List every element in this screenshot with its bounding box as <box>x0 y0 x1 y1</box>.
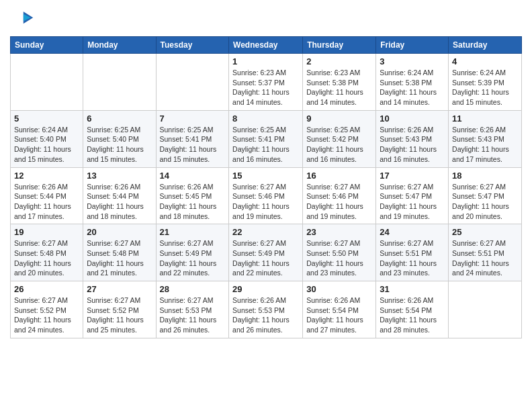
day-cell: 6Sunrise: 6:25 AM Sunset: 5:40 PM Daylig… <box>83 110 156 167</box>
col-header-thursday: Thursday <box>303 37 376 54</box>
day-cell: 1Sunrise: 6:23 AM Sunset: 5:37 PM Daylig… <box>229 54 303 111</box>
day-number: 23 <box>306 227 372 237</box>
day-cell <box>449 281 522 338</box>
day-number: 4 <box>452 56 518 66</box>
col-header-tuesday: Tuesday <box>156 37 229 54</box>
day-number: 21 <box>160 227 226 237</box>
day-number: 17 <box>380 171 445 181</box>
day-number: 24 <box>380 227 445 237</box>
day-cell: 7Sunrise: 6:25 AM Sunset: 5:41 PM Daylig… <box>156 110 229 167</box>
day-number: 13 <box>87 171 152 181</box>
calendar-table: SundayMondayTuesdayWednesdayThursdayFrid… <box>10 36 522 338</box>
day-info: Sunrise: 6:27 AM Sunset: 5:46 PM Dayligh… <box>306 182 372 222</box>
day-info: Sunrise: 6:27 AM Sunset: 5:52 PM Dayligh… <box>14 295 79 335</box>
day-info: Sunrise: 6:25 AM Sunset: 5:41 PM Dayligh… <box>160 125 226 165</box>
day-info: Sunrise: 6:25 AM Sunset: 5:41 PM Dayligh… <box>232 125 299 165</box>
day-info: Sunrise: 6:26 AM Sunset: 5:43 PM Dayligh… <box>380 125 445 165</box>
day-number: 18 <box>452 171 518 181</box>
day-cell: 4Sunrise: 6:24 AM Sunset: 5:39 PM Daylig… <box>449 54 522 111</box>
day-number: 6 <box>87 113 152 124</box>
day-number: 26 <box>14 284 79 294</box>
col-header-wednesday: Wednesday <box>229 37 303 54</box>
day-cell: 5Sunrise: 6:24 AM Sunset: 5:40 PM Daylig… <box>11 110 83 167</box>
day-info: Sunrise: 6:27 AM Sunset: 5:52 PM Dayligh… <box>87 295 152 335</box>
day-cell: 9Sunrise: 6:25 AM Sunset: 5:42 PM Daylig… <box>303 110 376 167</box>
day-info: Sunrise: 6:27 AM Sunset: 5:51 PM Dayligh… <box>452 238 518 278</box>
calendar-header-row: SundayMondayTuesdayWednesdayThursdayFrid… <box>11 37 522 54</box>
day-cell: 31Sunrise: 6:26 AM Sunset: 5:54 PM Dayli… <box>376 281 449 338</box>
day-info: Sunrise: 6:26 AM Sunset: 5:54 PM Dayligh… <box>380 295 445 335</box>
day-info: Sunrise: 6:24 AM Sunset: 5:38 PM Dayligh… <box>380 68 445 107</box>
day-cell: 16Sunrise: 6:27 AM Sunset: 5:46 PM Dayli… <box>303 167 376 224</box>
day-number: 7 <box>160 113 226 124</box>
day-info: Sunrise: 6:26 AM Sunset: 5:43 PM Dayligh… <box>452 125 518 165</box>
day-cell: 22Sunrise: 6:27 AM Sunset: 5:49 PM Dayli… <box>229 224 303 281</box>
week-row-3: 19Sunrise: 6:27 AM Sunset: 5:48 PM Dayli… <box>11 224 522 281</box>
day-info: Sunrise: 6:25 AM Sunset: 5:42 PM Dayligh… <box>306 125 372 165</box>
day-number: 10 <box>380 113 445 124</box>
week-row-2: 12Sunrise: 6:26 AM Sunset: 5:44 PM Dayli… <box>11 167 522 224</box>
day-cell: 25Sunrise: 6:27 AM Sunset: 5:51 PM Dayli… <box>449 224 522 281</box>
day-info: Sunrise: 6:26 AM Sunset: 5:44 PM Dayligh… <box>14 182 79 222</box>
day-number: 14 <box>160 171 226 181</box>
day-info: Sunrise: 6:27 AM Sunset: 5:47 PM Dayligh… <box>452 182 518 222</box>
day-number: 15 <box>232 171 299 181</box>
day-number: 1 <box>232 56 299 66</box>
day-number: 20 <box>87 227 152 237</box>
day-cell: 21Sunrise: 6:27 AM Sunset: 5:49 PM Dayli… <box>156 224 229 281</box>
day-cell: 17Sunrise: 6:27 AM Sunset: 5:47 PM Dayli… <box>376 167 449 224</box>
day-cell: 12Sunrise: 6:26 AM Sunset: 5:44 PM Dayli… <box>11 167 83 224</box>
day-info: Sunrise: 6:27 AM Sunset: 5:47 PM Dayligh… <box>380 182 445 222</box>
header <box>10 7 522 31</box>
day-number: 27 <box>87 284 152 294</box>
day-cell: 8Sunrise: 6:25 AM Sunset: 5:41 PM Daylig… <box>229 110 303 167</box>
day-cell: 2Sunrise: 6:23 AM Sunset: 5:38 PM Daylig… <box>303 54 376 111</box>
page: SundayMondayTuesdayWednesdayThursdayFrid… <box>0 0 532 411</box>
day-info: Sunrise: 6:26 AM Sunset: 5:53 PM Dayligh… <box>232 295 299 335</box>
day-cell: 23Sunrise: 6:27 AM Sunset: 5:50 PM Dayli… <box>303 224 376 281</box>
col-header-monday: Monday <box>83 37 156 54</box>
day-cell: 13Sunrise: 6:26 AM Sunset: 5:44 PM Dayli… <box>83 167 156 224</box>
day-number: 25 <box>452 227 518 237</box>
week-row-1: 5Sunrise: 6:24 AM Sunset: 5:40 PM Daylig… <box>11 110 522 167</box>
day-number: 5 <box>14 113 79 124</box>
day-info: Sunrise: 6:27 AM Sunset: 5:50 PM Dayligh… <box>306 238 372 278</box>
day-cell: 24Sunrise: 6:27 AM Sunset: 5:51 PM Dayli… <box>376 224 449 281</box>
day-info: Sunrise: 6:26 AM Sunset: 5:45 PM Dayligh… <box>160 182 226 222</box>
day-info: Sunrise: 6:27 AM Sunset: 5:53 PM Dayligh… <box>160 295 226 335</box>
day-cell: 15Sunrise: 6:27 AM Sunset: 5:46 PM Dayli… <box>229 167 303 224</box>
day-cell: 3Sunrise: 6:24 AM Sunset: 5:38 PM Daylig… <box>376 54 449 111</box>
day-number: 29 <box>232 284 299 294</box>
day-info: Sunrise: 6:25 AM Sunset: 5:40 PM Dayligh… <box>87 125 152 165</box>
day-info: Sunrise: 6:26 AM Sunset: 5:54 PM Dayligh… <box>306 295 372 335</box>
col-header-friday: Friday <box>376 37 449 54</box>
day-info: Sunrise: 6:27 AM Sunset: 5:48 PM Dayligh… <box>14 238 79 278</box>
day-cell: 11Sunrise: 6:26 AM Sunset: 5:43 PM Dayli… <box>449 110 522 167</box>
day-info: Sunrise: 6:26 AM Sunset: 5:44 PM Dayligh… <box>87 182 152 222</box>
week-row-4: 26Sunrise: 6:27 AM Sunset: 5:52 PM Dayli… <box>11 281 522 338</box>
day-number: 22 <box>232 227 299 237</box>
day-info: Sunrise: 6:23 AM Sunset: 5:37 PM Dayligh… <box>232 68 299 107</box>
day-cell: 10Sunrise: 6:26 AM Sunset: 5:43 PM Dayli… <box>376 110 449 167</box>
day-info: Sunrise: 6:27 AM Sunset: 5:49 PM Dayligh… <box>232 238 299 278</box>
col-header-sunday: Sunday <box>11 37 83 54</box>
day-number: 11 <box>452 113 518 124</box>
day-number: 31 <box>380 284 445 294</box>
day-info: Sunrise: 6:27 AM Sunset: 5:48 PM Dayligh… <box>87 238 152 278</box>
day-cell: 20Sunrise: 6:27 AM Sunset: 5:48 PM Dayli… <box>83 224 156 281</box>
day-info: Sunrise: 6:27 AM Sunset: 5:51 PM Dayligh… <box>380 238 445 278</box>
day-cell: 18Sunrise: 6:27 AM Sunset: 5:47 PM Dayli… <box>449 167 522 224</box>
day-cell: 30Sunrise: 6:26 AM Sunset: 5:54 PM Dayli… <box>303 281 376 338</box>
col-header-saturday: Saturday <box>449 37 522 54</box>
day-number: 9 <box>306 113 372 124</box>
day-cell: 28Sunrise: 6:27 AM Sunset: 5:53 PM Dayli… <box>156 281 229 338</box>
day-number: 30 <box>306 284 372 294</box>
day-number: 2 <box>306 56 372 66</box>
day-cell <box>156 54 229 111</box>
day-number: 8 <box>232 113 299 124</box>
day-cell <box>11 54 83 111</box>
day-cell: 19Sunrise: 6:27 AM Sunset: 5:48 PM Dayli… <box>11 224 83 281</box>
day-cell: 27Sunrise: 6:27 AM Sunset: 5:52 PM Dayli… <box>83 281 156 338</box>
day-number: 12 <box>14 171 79 181</box>
day-info: Sunrise: 6:27 AM Sunset: 5:46 PM Dayligh… <box>232 182 299 222</box>
